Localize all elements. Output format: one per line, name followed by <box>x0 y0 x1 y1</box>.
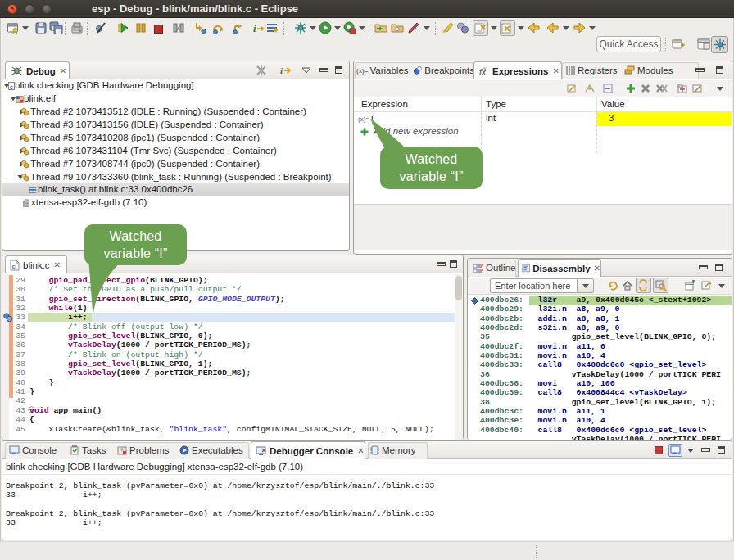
svg-text:i: i <box>253 22 256 34</box>
svg-text:c: c <box>12 263 16 270</box>
svg-text:i: i <box>280 65 283 75</box>
svg-text:(x)=: (x)= <box>358 115 369 123</box>
